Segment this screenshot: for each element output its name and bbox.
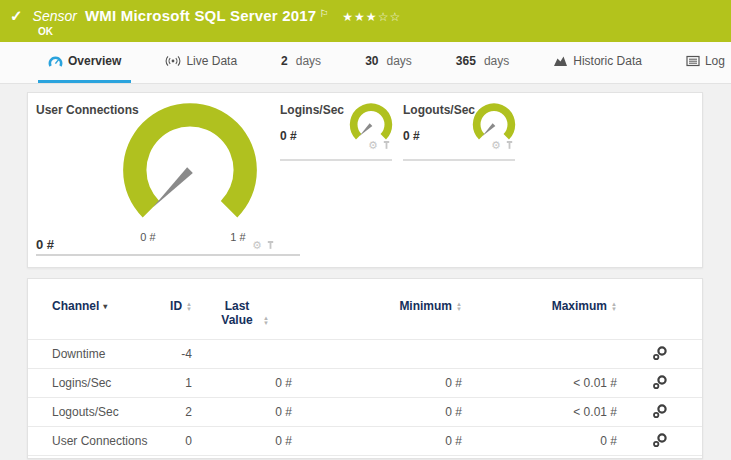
tab-overview[interactable]: Overview [38,42,131,83]
primary-gauge-value: 0 # [36,237,54,252]
sensor-status-bar: ✓ Sensor WMI Microsoft SQL Server 2017 ⚐… [0,0,731,42]
channel-table-panel: Channel▾ ID▲▼ Last Value▲▼ Minimum▲▼ Max… [27,278,703,459]
gauge-needle [482,123,495,136]
column-header-last-value-label: Last Value [215,299,259,327]
tab-historic-data[interactable]: Historic Data [543,42,652,83]
channel-table-header-row: Channel▾ ID▲▼ Last Value▲▼ Minimum▲▼ Max… [28,279,702,340]
column-header-last-value[interactable]: Last Value▲▼ [192,279,292,340]
column-header-channel-label: Channel [52,299,99,313]
cell-maximum [462,340,617,369]
tab-overview-label: Overview [68,54,121,68]
sort-icon: ▲▼ [456,302,462,312]
channel-settings-icon[interactable] [652,345,668,364]
cell-id: -4 [152,340,192,369]
tab-historic-data-label: Historic Data [573,54,642,68]
user-connections-gauge [114,101,266,223]
gauge-gear-icon[interactable]: ⚙ [368,140,378,151]
cell-minimum: 0 # [292,427,462,456]
tab-bar: Overview Live Data 2days 30days 365days … [0,42,731,84]
historic-chart-icon [553,55,568,67]
cell-channel: Downtime [28,340,152,369]
live-signal-icon [165,55,181,67]
tab-2-days-number: 2 [281,54,288,68]
tab-log-label: Log [705,54,725,68]
column-header-minimum-label: Minimum [399,299,452,313]
column-header-id[interactable]: ID▲▼ [152,279,192,340]
cell-last-value: 0 # [192,398,292,427]
stars-empty[interactable]: ☆☆ [378,10,402,24]
gauge-gear-icon[interactable]: ⚙ [491,140,501,151]
cell-id: 2 [152,398,192,427]
logouts-gauge-divider [403,159,515,161]
cell-id: 1 [152,369,192,398]
tab-2-days[interactable]: 2days [271,42,331,83]
cell-last-value [192,340,292,369]
object-type-label: Sensor [33,8,77,24]
sort-desc-icon: ▾ [103,302,107,311]
tab-30-days-number: 30 [365,54,378,68]
tab-live-data-label: Live Data [186,54,237,68]
cell-last-value: 0 # [192,369,292,398]
status-check-icon: ✓ [10,7,23,25]
cell-minimum: 0 # [292,369,462,398]
cell-channel: User Connections [28,427,152,456]
cell-maximum: 0 # [462,427,617,456]
gauge-pin-icon[interactable] [382,140,391,151]
priority-stars[interactable]: ★★★☆☆ [342,10,401,24]
tab-2-days-unit: days [296,54,321,68]
cell-id: 0 [152,427,192,456]
sort-icon: ▲▼ [611,302,617,312]
cell-maximum: < 0.01 # [462,369,617,398]
table-row-downtime: Downtime -4 [28,340,702,369]
column-header-channel[interactable]: Channel▾ [28,279,152,340]
tab-live-data[interactable]: Live Data [155,42,247,83]
logins-gauge-title: Logins/Sec [280,103,344,117]
gauge-gear-icon[interactable]: ⚙ [252,240,262,251]
channel-table: Channel▾ ID▲▼ Last Value▲▼ Minimum▲▼ Max… [28,279,702,456]
column-header-minimum[interactable]: Minimum▲▼ [292,279,462,340]
sensor-title: WMI Microsoft SQL Server 2017 [85,7,316,24]
table-row-logouts-sec: Logouts/Sec 2 0 # 0 # < 0.01 # [28,398,702,427]
logins-gauge-tools: ⚙ [368,140,391,151]
stars-filled[interactable]: ★★★ [342,10,377,24]
gauge-pin-icon[interactable] [505,140,514,151]
sort-icon: ▲▼ [186,302,192,312]
cell-channel: Logouts/Sec [28,398,152,427]
flag-icon[interactable]: ⚐ [319,8,328,19]
log-list-icon [686,55,700,67]
gauge-pin-icon[interactable] [266,240,275,251]
column-header-maximum-label: Maximum [552,299,607,313]
logouts-gauge-value: 0 # [403,129,420,143]
logins-gauge-value: 0 # [280,129,297,143]
gauges-panel: User Connections 0 # 1 # 0 # ⚙ Logins/Se… [27,92,703,268]
cell-maximum: < 0.01 # [462,398,617,427]
tab-365-days[interactable]: 365days [446,42,519,83]
logouts-gauge-title: Logouts/Sec [403,103,475,117]
cell-minimum [292,340,462,369]
logins-gauge-divider [280,159,392,161]
cell-last-value: 0 # [192,427,292,456]
gauge-needle [153,167,193,207]
primary-gauge-tools: ⚙ [252,240,275,251]
column-header-maximum[interactable]: Maximum▲▼ [462,279,617,340]
tab-30-days[interactable]: 30days [355,42,422,83]
column-header-id-label: ID [170,299,182,313]
sort-icon: ▲▼ [263,316,269,326]
tab-365-days-number: 365 [456,54,476,68]
table-row-logins-sec: Logins/Sec 1 0 # 0 # < 0.01 # [28,369,702,398]
channel-settings-icon[interactable] [652,374,668,393]
cell-minimum: 0 # [292,398,462,427]
primary-gauge-divider [36,254,300,256]
gauge-icon [48,55,63,68]
logouts-gauge-tools: ⚙ [491,140,514,151]
tab-365-days-unit: days [484,54,509,68]
tab-30-days-unit: days [386,54,411,68]
primary-gauge-min-label: 0 # [128,231,168,243]
status-badge: OK [38,26,53,37]
tab-log[interactable]: Log [676,42,731,83]
table-row-user-connections: User Connections 0 0 # 0 # 0 # [28,427,702,456]
cell-channel: Logins/Sec [28,369,152,398]
channel-settings-icon[interactable] [652,432,668,451]
gauge-needle [359,123,372,136]
channel-settings-icon[interactable] [652,403,668,422]
